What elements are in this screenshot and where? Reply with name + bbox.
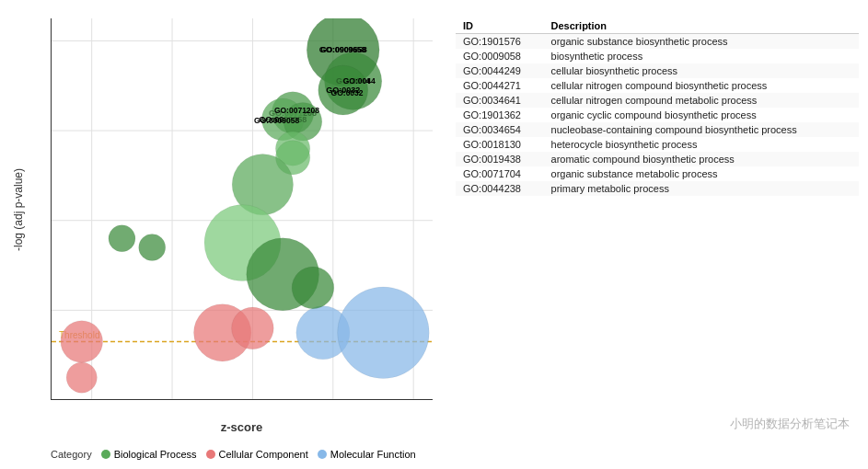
molecular-label: Molecular Function — [330, 449, 416, 460]
cell-description: organic substance metabolic process — [544, 166, 859, 181]
legend-biological: Biological Process — [101, 449, 197, 460]
cell-id: GO:0044271 — [456, 78, 544, 93]
cell-id: GO:0034654 — [456, 122, 544, 137]
svg-point-38 — [61, 321, 103, 363]
cell-id: GO:0044238 — [456, 181, 544, 196]
cell-description: organic substance biosynthetic process — [544, 34, 859, 50]
cell-description: heterocycle biosynthetic process — [544, 137, 859, 152]
cell-id: GO:0019438 — [456, 152, 544, 166]
main-container: -log (adj p-value) 024681.62.02.42.83.2T… — [0, 0, 868, 469]
watermark: 小明的数据分析笔记本 — [730, 416, 850, 432]
cell-description: cellular biosynthetic process — [544, 63, 859, 78]
table-row: GO:0071704organic substance metabolic pr… — [456, 166, 859, 181]
table-body: GO:1901576organic substance biosynthetic… — [456, 34, 859, 197]
biological-dot — [101, 450, 110, 459]
svg-point-44 — [338, 287, 430, 379]
category-label: Category — [51, 449, 92, 460]
legend-cellular: Cellular Component — [206, 449, 308, 460]
cell-description: cellular nitrogen compound biosynthetic … — [544, 78, 859, 93]
table-row: GO:0034654nucleobase-containing compound… — [456, 122, 859, 137]
svg-text:GO:0032: GO:0032 — [326, 86, 360, 95]
chart-area: -log (adj p-value) 024681.62.02.42.83.2T… — [9, 9, 442, 460]
chart-inner: 024681.62.02.42.83.2ThresholdGO:0909658G… — [51, 18, 433, 400]
table-row: GO:0019438aromatic compound biosynthetic… — [456, 152, 859, 166]
table-row: GO:0044249cellular biosynthetic process — [456, 63, 859, 78]
cell-id: GO:0009058 — [456, 49, 544, 63]
col-header-description: Description — [544, 18, 859, 34]
cell-id: GO:0044249 — [456, 63, 544, 78]
cell-description: organic cyclic compound biosynthetic pro… — [544, 108, 859, 122]
legend-area: Category Biological Process Cellular Com… — [9, 449, 416, 460]
svg-point-39 — [109, 225, 135, 252]
cell-id: GO:0071704 — [456, 166, 544, 181]
cell-description: nucleobase-containing compound biosynthe… — [544, 122, 859, 137]
y-axis-label: -log (adj p-value) — [12, 167, 25, 250]
cell-id: GO:0034641 — [456, 93, 544, 108]
cellular-dot — [206, 450, 215, 459]
table-row: GO:0044238primary metabolic process — [456, 181, 859, 196]
table-row: GO:0018130heterocycle biosynthetic proce… — [456, 137, 859, 152]
molecular-dot — [318, 450, 327, 459]
x-axis-label: z-score — [221, 420, 263, 434]
table-row: GO:1901362organic cyclic compound biosyn… — [456, 108, 859, 122]
legend-molecular: Molecular Function — [318, 449, 416, 460]
chart-svg: 024681.62.02.42.83.2ThresholdGO:0909658G… — [52, 18, 433, 399]
table-row: GO:1901576organic substance biosynthetic… — [456, 34, 859, 50]
svg-text:GO:0909658: GO:0909658 — [319, 45, 367, 54]
cell-description: cellular nitrogen compound metabolic pro… — [544, 93, 859, 108]
table-row: GO:0044271cellular nitrogen compound bio… — [456, 78, 859, 93]
cell-description: primary metabolic process — [544, 181, 859, 196]
svg-point-42 — [232, 307, 274, 349]
svg-point-46 — [292, 267, 334, 309]
cell-id: GO:1901362 — [456, 108, 544, 122]
table-row: GO:0034641cellular nitrogen compound met… — [456, 93, 859, 108]
svg-point-40 — [139, 234, 166, 260]
svg-point-45 — [66, 362, 97, 393]
cell-description: aromatic compound biosynthetic process — [544, 152, 859, 166]
col-header-id: ID — [456, 18, 544, 34]
biological-label: Biological Process — [114, 449, 197, 460]
cell-description: biosynthetic process — [544, 49, 859, 63]
table-area: ID Description GO:1901576organic substan… — [442, 9, 859, 460]
cell-id: GO:0018130 — [456, 137, 544, 152]
cell-id: GO:1901576 — [456, 34, 544, 50]
data-table: ID Description GO:1901576organic substan… — [456, 18, 859, 196]
cellular-label: Cellular Component — [219, 449, 308, 460]
table-row: GO:0009058biosynthetic process — [456, 49, 859, 63]
